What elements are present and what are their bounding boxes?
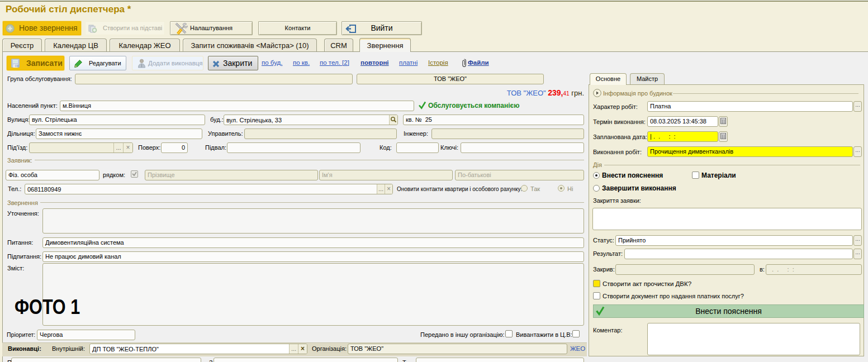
svg-text:ОК: ОК (15, 64, 20, 68)
